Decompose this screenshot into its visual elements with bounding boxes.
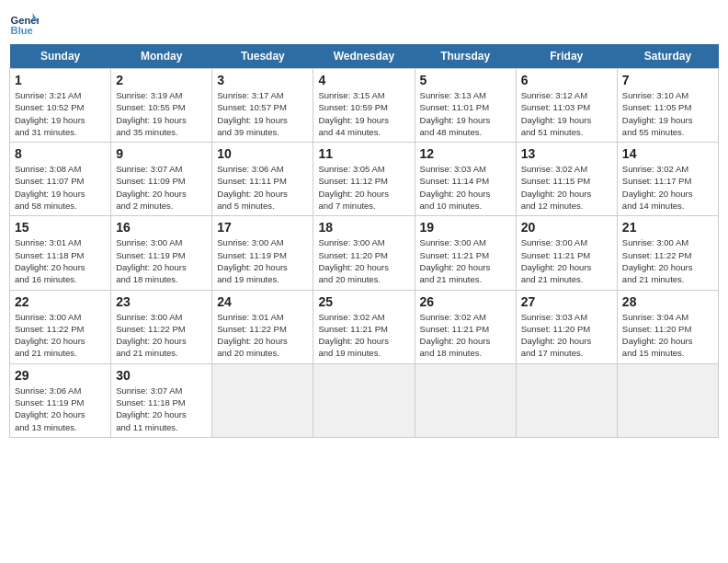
day-header-tuesday: Tuesday [212,44,313,69]
calendar-day-21: 21Sunrise: 3:00 AM Sunset: 11:22 PM Dayl… [617,216,718,290]
day-info: Sunrise: 3:02 AM Sunset: 11:21 PM Daylig… [318,311,409,360]
calendar-day-7: 7Sunrise: 3:10 AM Sunset: 11:05 PM Dayli… [617,69,718,143]
calendar-day-22: 22Sunrise: 3:00 AM Sunset: 11:22 PM Dayl… [10,290,111,363]
day-number: 28 [622,294,713,309]
calendar-day-18: 18Sunrise: 3:00 AM Sunset: 11:20 PM Dayl… [313,216,415,290]
logo-icon: General Blue [9,9,39,39]
day-info: Sunrise: 3:08 AM Sunset: 11:07 PM Daylig… [15,163,106,212]
day-number: 19 [420,220,511,235]
day-info: Sunrise: 3:19 AM Sunset: 10:55 PM Daylig… [116,89,207,138]
calendar-day-11: 11Sunrise: 3:05 AM Sunset: 11:12 PM Dayl… [313,143,415,216]
calendar-day-17: 17Sunrise: 3:00 AM Sunset: 11:19 PM Dayl… [212,216,313,290]
calendar-day-1: 1Sunrise: 3:21 AM Sunset: 10:52 PM Dayli… [10,69,111,143]
day-number: 30 [116,368,207,383]
day-info: Sunrise: 3:10 AM Sunset: 11:05 PM Daylig… [622,89,713,138]
day-info: Sunrise: 3:15 AM Sunset: 10:59 PM Daylig… [318,89,409,138]
day-info: Sunrise: 3:02 AM Sunset: 11:17 PM Daylig… [622,163,713,212]
day-info: Sunrise: 3:17 AM Sunset: 10:57 PM Daylig… [217,89,308,138]
day-number: 21 [622,220,713,235]
day-number: 4 [318,73,409,87]
calendar-day-13: 13Sunrise: 3:02 AM Sunset: 11:15 PM Dayl… [516,143,617,216]
day-info: Sunrise: 3:00 AM Sunset: 11:22 PM Daylig… [622,236,713,285]
calendar-day-26: 26Sunrise: 3:02 AM Sunset: 11:21 PM Dayl… [415,290,516,363]
calendar-day-28: 28Sunrise: 3:04 AM Sunset: 11:20 PM Dayl… [617,290,718,363]
day-number: 17 [217,220,308,235]
calendar-day-16: 16Sunrise: 3:00 AM Sunset: 11:19 PM Dayl… [111,216,212,290]
day-info: Sunrise: 3:07 AM Sunset: 11:18 PM Daylig… [116,385,207,433]
day-number: 3 [217,73,308,87]
day-header-thursday: Thursday [415,44,516,69]
empty-cell [617,363,718,437]
day-number: 9 [116,146,207,161]
day-info: Sunrise: 3:06 AM Sunset: 11:19 PM Daylig… [15,385,106,433]
day-number: 25 [318,294,409,309]
day-number: 16 [116,220,207,235]
day-info: Sunrise: 3:00 AM Sunset: 11:22 PM Daylig… [15,311,106,360]
day-info: Sunrise: 3:00 AM Sunset: 11:21 PM Daylig… [420,236,511,285]
calendar-day-29: 29Sunrise: 3:06 AM Sunset: 11:19 PM Dayl… [10,363,111,437]
calendar-day-23: 23Sunrise: 3:00 AM Sunset: 11:22 PM Dayl… [111,290,212,363]
day-number: 18 [318,220,409,235]
day-header-saturday: Saturday [617,44,718,69]
day-number: 2 [116,73,207,87]
empty-cell [313,363,415,437]
calendar-day-8: 8Sunrise: 3:08 AM Sunset: 11:07 PM Dayli… [10,143,111,216]
calendar-day-4: 4Sunrise: 3:15 AM Sunset: 10:59 PM Dayli… [313,69,415,143]
calendar-day-10: 10Sunrise: 3:06 AM Sunset: 11:11 PM Dayl… [212,143,313,216]
day-number: 24 [217,294,308,309]
calendar-day-9: 9Sunrise: 3:07 AM Sunset: 11:09 PM Dayli… [111,143,212,216]
day-header-wednesday: Wednesday [313,44,415,69]
day-info: Sunrise: 3:00 AM Sunset: 11:19 PM Daylig… [217,236,308,285]
day-number: 29 [15,368,106,383]
calendar-day-6: 6Sunrise: 3:12 AM Sunset: 11:03 PM Dayli… [516,69,617,143]
calendar-day-27: 27Sunrise: 3:03 AM Sunset: 11:20 PM Dayl… [516,290,617,363]
day-info: Sunrise: 3:02 AM Sunset: 11:21 PM Daylig… [420,311,511,360]
calendar-day-14: 14Sunrise: 3:02 AM Sunset: 11:17 PM Dayl… [617,143,718,216]
calendar-day-19: 19Sunrise: 3:00 AM Sunset: 11:21 PM Dayl… [415,216,516,290]
day-number: 23 [116,294,207,309]
empty-cell [212,363,313,437]
day-info: Sunrise: 3:07 AM Sunset: 11:09 PM Daylig… [116,163,207,212]
calendar-day-20: 20Sunrise: 3:00 AM Sunset: 11:21 PM Dayl… [516,216,617,290]
day-info: Sunrise: 3:00 AM Sunset: 11:20 PM Daylig… [318,236,409,285]
calendar-table: SundayMondayTuesdayWednesdayThursdayFrid… [9,44,719,438]
day-number: 1 [15,73,106,87]
page-header: General Blue [9,9,719,39]
day-number: 7 [622,73,713,87]
day-header-sunday: Sunday [10,44,111,69]
calendar-day-3: 3Sunrise: 3:17 AM Sunset: 10:57 PM Dayli… [212,69,313,143]
day-header-monday: Monday [111,44,212,69]
day-info: Sunrise: 3:05 AM Sunset: 11:12 PM Daylig… [318,163,409,212]
day-number: 8 [15,146,106,161]
day-info: Sunrise: 3:12 AM Sunset: 11:03 PM Daylig… [521,89,612,138]
day-number: 27 [521,294,612,309]
day-number: 15 [15,220,106,235]
day-info: Sunrise: 3:13 AM Sunset: 11:01 PM Daylig… [420,89,511,138]
calendar-day-25: 25Sunrise: 3:02 AM Sunset: 11:21 PM Dayl… [313,290,415,363]
logo: General Blue [9,9,39,39]
day-number: 13 [521,146,612,161]
svg-text:Blue: Blue [11,25,33,36]
calendar-day-24: 24Sunrise: 3:01 AM Sunset: 11:22 PM Dayl… [212,290,313,363]
calendar-day-12: 12Sunrise: 3:03 AM Sunset: 11:14 PM Dayl… [415,143,516,216]
day-number: 11 [318,146,409,161]
calendar-day-30: 30Sunrise: 3:07 AM Sunset: 11:18 PM Dayl… [111,363,212,437]
calendar-day-15: 15Sunrise: 3:01 AM Sunset: 11:18 PM Dayl… [10,216,111,290]
day-number: 12 [420,146,511,161]
empty-cell [516,363,617,437]
day-info: Sunrise: 3:01 AM Sunset: 11:22 PM Daylig… [217,311,308,360]
day-header-friday: Friday [516,44,617,69]
calendar-day-2: 2Sunrise: 3:19 AM Sunset: 10:55 PM Dayli… [111,69,212,143]
day-info: Sunrise: 3:21 AM Sunset: 10:52 PM Daylig… [15,89,106,138]
day-info: Sunrise: 3:00 AM Sunset: 11:19 PM Daylig… [116,236,207,285]
day-info: Sunrise: 3:03 AM Sunset: 11:14 PM Daylig… [420,163,511,212]
day-number: 5 [420,73,511,87]
day-number: 22 [15,294,106,309]
day-info: Sunrise: 3:04 AM Sunset: 11:20 PM Daylig… [622,311,713,360]
day-number: 26 [420,294,511,309]
day-number: 6 [521,73,612,87]
day-number: 10 [217,146,308,161]
day-number: 20 [521,220,612,235]
empty-cell [415,363,516,437]
day-info: Sunrise: 3:02 AM Sunset: 11:15 PM Daylig… [521,163,612,212]
